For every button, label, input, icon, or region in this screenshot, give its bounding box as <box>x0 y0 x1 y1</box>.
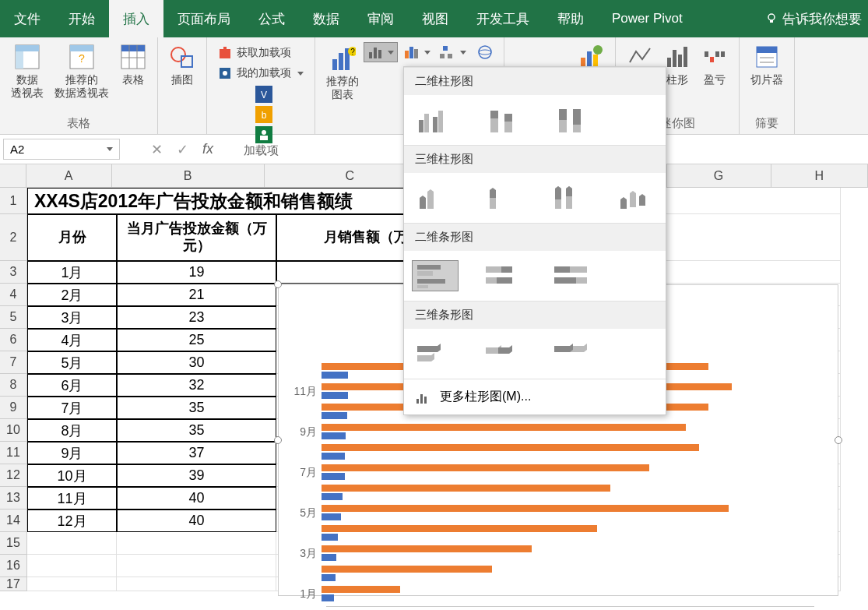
cancel-formula-button[interactable]: ✕ <box>151 141 163 158</box>
fx-button[interactable]: fx <box>202 141 213 157</box>
cell-ad[interactable]: 21 <box>117 284 276 306</box>
tab-layout[interactable]: 页面布局 <box>163 0 244 37</box>
recommended-pivot-label: 推荐的 数据透视表 <box>54 73 109 100</box>
cell-ad[interactable]: 23 <box>117 306 276 329</box>
name-box[interactable]: A2 <box>3 139 120 160</box>
pivot-table-button[interactable]: 数据 透视表 <box>6 41 48 103</box>
line-area-chart-button[interactable] <box>401 42 434 62</box>
row-header-6[interactable]: 6 <box>0 329 27 351</box>
clustered-3d-bar-option[interactable] <box>412 338 459 369</box>
cell-ad[interactable]: 40 <box>117 487 276 510</box>
resize-handle[interactable] <box>274 436 282 444</box>
cell-month[interactable]: 5月 <box>27 351 117 374</box>
clustered-bar-option[interactable] <box>412 260 459 291</box>
resize-handle[interactable] <box>835 436 842 444</box>
tab-file[interactable]: 文件 <box>0 0 54 37</box>
cell-ad[interactable]: 19 <box>117 261 276 284</box>
3d-column-option[interactable] <box>613 182 658 213</box>
accept-formula-button[interactable]: ✓ <box>177 141 188 158</box>
row-header-12[interactable]: 12 <box>0 464 27 487</box>
row-header-8[interactable]: 8 <box>0 374 27 397</box>
col-header-B[interactable]: B <box>112 164 265 188</box>
tell-me[interactable]: 告诉我你想要 <box>759 0 868 37</box>
stacked100-column-option[interactable] <box>549 104 596 136</box>
tab-home[interactable]: 开始 <box>54 0 109 37</box>
stacked100-3d-bar-option[interactable] <box>549 338 596 369</box>
row-header-3[interactable]: 3 <box>0 261 27 284</box>
hierarchy-chart-button[interactable] <box>437 42 469 62</box>
tab-powerpivot[interactable]: Power Pivot <box>598 0 697 37</box>
col-header-H[interactable]: H <box>771 164 868 188</box>
cell-month[interactable]: 9月 <box>27 442 117 464</box>
cell-month[interactable]: 4月 <box>27 329 117 351</box>
row-header-10[interactable]: 10 <box>0 419 27 442</box>
cell-ad[interactable]: 39 <box>117 464 276 487</box>
row-header-17[interactable]: 17 <box>0 577 27 591</box>
row-header-14[interactable]: 14 <box>0 510 27 532</box>
stacked-3d-bar-option[interactable] <box>480 338 527 369</box>
stacked-column-option[interactable] <box>480 104 527 136</box>
row-header-7[interactable]: 7 <box>0 351 27 374</box>
visio-icon[interactable]: V <box>255 86 272 103</box>
table-button[interactable]: 表格 <box>115 41 151 103</box>
cell-month[interactable]: 7月 <box>27 397 117 419</box>
tab-review[interactable]: 审阅 <box>353 0 408 37</box>
cell-ad[interactable]: 30 <box>117 351 276 374</box>
recommended-charts-button[interactable]: ? 推荐的 图表 <box>322 42 364 104</box>
cell-ad[interactable]: 35 <box>117 397 276 419</box>
tab-dev[interactable]: 开发工具 <box>462 0 543 37</box>
row-header-13[interactable]: 13 <box>0 487 27 510</box>
cell-ad[interactable]: 32 <box>117 374 276 397</box>
cell-month[interactable]: 11月 <box>27 487 117 510</box>
illustrations-button[interactable]: 插图 <box>164 41 200 90</box>
row-header-9[interactable]: 9 <box>0 397 27 419</box>
stacked-3d-column-option[interactable] <box>479 182 524 213</box>
row-header-11[interactable]: 11 <box>0 442 27 464</box>
row-header-5[interactable]: 5 <box>0 306 27 329</box>
sparkline-winloss-button[interactable]: 盈亏 <box>697 41 733 90</box>
people-icon[interactable] <box>255 126 272 143</box>
clustered-column-option[interactable] <box>412 104 459 136</box>
cell-month[interactable]: 1月 <box>27 261 117 284</box>
select-all-corner[interactable] <box>0 164 26 188</box>
header-ad[interactable]: 当月广告投放金额（万元） <box>117 214 276 261</box>
row-header-2[interactable]: 2 <box>0 214 27 261</box>
tab-help[interactable]: 帮助 <box>543 0 598 37</box>
resize-handle[interactable] <box>274 280 282 288</box>
tab-insert[interactable]: 插入 <box>109 0 163 37</box>
cell-ad[interactable]: 25 <box>117 329 276 351</box>
stacked-bar-option[interactable] <box>480 260 527 291</box>
stacked100-bar-option[interactable] <box>549 260 596 291</box>
tab-data[interactable]: 数据 <box>299 0 353 37</box>
tab-formulas[interactable]: 公式 <box>244 0 299 37</box>
my-addins-button[interactable]: 我的加载项 <box>213 64 308 83</box>
get-addins-button[interactable]: 获取加载项 <box>213 44 308 62</box>
header-month[interactable]: 月份 <box>27 214 117 261</box>
bing-icon[interactable]: b <box>255 106 272 123</box>
cell-month[interactable]: 6月 <box>27 374 117 397</box>
cell-month[interactable]: 10月 <box>27 464 117 487</box>
globe-chart-button[interactable] <box>473 42 497 62</box>
row-header-16[interactable]: 16 <box>0 555 27 577</box>
cell-month[interactable]: 8月 <box>27 419 117 442</box>
row-header-4[interactable]: 4 <box>0 284 27 306</box>
clustered-3d-column-option[interactable] <box>412 182 457 213</box>
cell-ad[interactable]: 35 <box>117 419 276 442</box>
cell-month[interactable]: 2月 <box>27 284 117 306</box>
tab-view[interactable]: 视图 <box>408 0 462 37</box>
col-header-A[interactable]: A <box>26 164 112 188</box>
cell-ad[interactable]: 40 <box>117 510 276 532</box>
cell-ad[interactable]: 37 <box>117 442 276 464</box>
title-cell[interactable]: XX4S店2012年广告投放金额和销售额绩 <box>27 188 455 214</box>
cell-month[interactable]: 12月 <box>27 510 117 532</box>
col-header-G[interactable]: G <box>667 164 771 188</box>
slicer-button[interactable]: 切片器 <box>746 41 788 90</box>
row-header-15[interactable]: 15 <box>0 532 27 555</box>
cell-month[interactable]: 3月 <box>27 306 117 329</box>
stacked100-3d-column-option[interactable] <box>546 182 591 213</box>
more-column-charts-button[interactable]: 更多柱形图(M)... <box>404 379 666 414</box>
row-header-1[interactable]: 1 <box>0 188 27 214</box>
recommended-pivot-button[interactable]: ? 推荐的 数据透视表 <box>50 41 114 103</box>
bar-ad <box>322 392 348 399</box>
column-chart-button[interactable] <box>364 42 398 62</box>
